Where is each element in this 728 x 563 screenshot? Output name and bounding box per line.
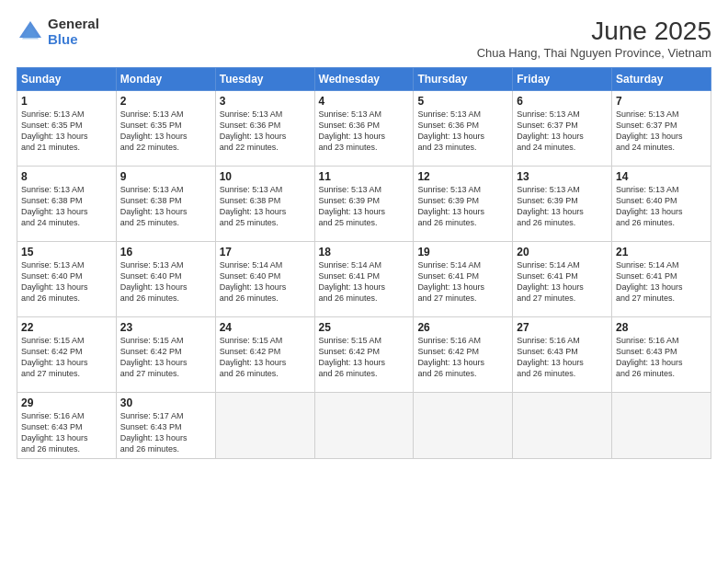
- cell-details: Sunrise: 5:14 AMSunset: 6:41 PMDaylight:…: [616, 259, 707, 304]
- table-row: 9Sunrise: 5:13 AMSunset: 6:38 PMDaylight…: [116, 167, 215, 242]
- cell-details: Sunrise: 5:13 AMSunset: 6:38 PMDaylight:…: [21, 184, 112, 229]
- table-row: 23Sunrise: 5:15 AMSunset: 6:42 PMDayligh…: [116, 317, 215, 393]
- day-number: 7: [616, 95, 707, 108]
- table-row: 1Sunrise: 5:13 AMSunset: 6:35 PMDaylight…: [17, 91, 117, 167]
- cell-details: Sunrise: 5:13 AMSunset: 6:37 PMDaylight:…: [517, 109, 608, 154]
- col-saturday: Saturday: [612, 68, 711, 91]
- col-friday: Friday: [513, 68, 612, 91]
- day-number: 24: [220, 321, 311, 334]
- cell-details: Sunrise: 5:13 AMSunset: 6:39 PMDaylight:…: [319, 184, 410, 229]
- cell-details: Sunrise: 5:13 AMSunset: 6:38 PMDaylight:…: [220, 184, 311, 229]
- table-row: 26Sunrise: 5:16 AMSunset: 6:42 PMDayligh…: [414, 317, 513, 393]
- day-number: 4: [319, 95, 410, 108]
- table-row: [314, 393, 414, 459]
- day-number: 30: [120, 396, 211, 409]
- table-row: 17Sunrise: 5:14 AMSunset: 6:40 PMDayligh…: [215, 242, 314, 317]
- page: General Blue June 2025 Chua Hang, Thai N…: [0, 0, 728, 563]
- day-number: 23: [120, 321, 211, 334]
- day-number: 22: [21, 321, 112, 334]
- day-number: 18: [319, 246, 410, 259]
- day-number: 15: [21, 246, 112, 259]
- day-number: 8: [21, 170, 112, 183]
- table-row: 18Sunrise: 5:14 AMSunset: 6:41 PMDayligh…: [314, 242, 414, 317]
- table-row: 11Sunrise: 5:13 AMSunset: 6:39 PMDayligh…: [314, 167, 414, 242]
- table-row: 10Sunrise: 5:13 AMSunset: 6:38 PMDayligh…: [215, 167, 314, 242]
- cell-details: Sunrise: 5:15 AMSunset: 6:42 PMDaylight:…: [319, 335, 410, 380]
- cell-details: Sunrise: 5:14 AMSunset: 6:40 PMDaylight:…: [220, 259, 311, 304]
- calendar-week-row: 1Sunrise: 5:13 AMSunset: 6:35 PMDaylight…: [17, 91, 711, 167]
- cell-details: Sunrise: 5:13 AMSunset: 6:35 PMDaylight:…: [120, 109, 211, 154]
- table-row: 15Sunrise: 5:13 AMSunset: 6:40 PMDayligh…: [17, 242, 117, 317]
- logo-icon: [17, 18, 44, 46]
- table-row: 28Sunrise: 5:16 AMSunset: 6:43 PMDayligh…: [612, 317, 711, 393]
- cell-details: Sunrise: 5:17 AMSunset: 6:43 PMDaylight:…: [120, 410, 211, 455]
- table-row: 22Sunrise: 5:15 AMSunset: 6:42 PMDayligh…: [17, 317, 117, 393]
- day-number: 12: [417, 170, 508, 183]
- day-number: 16: [120, 246, 211, 259]
- cell-details: Sunrise: 5:14 AMSunset: 6:41 PMDaylight:…: [417, 259, 508, 304]
- cell-details: Sunrise: 5:13 AMSunset: 6:40 PMDaylight:…: [21, 259, 112, 304]
- day-number: 10: [220, 170, 311, 183]
- cell-details: Sunrise: 5:16 AMSunset: 6:43 PMDaylight:…: [616, 335, 707, 380]
- day-number: 17: [220, 246, 311, 259]
- table-row: [414, 393, 513, 459]
- logo-text: General Blue: [48, 17, 99, 47]
- col-thursday: Thursday: [414, 68, 513, 91]
- table-row: 7Sunrise: 5:13 AMSunset: 6:37 PMDaylight…: [612, 91, 711, 167]
- cell-details: Sunrise: 5:13 AMSunset: 6:35 PMDaylight:…: [21, 109, 112, 154]
- day-number: 20: [517, 246, 608, 259]
- cell-details: Sunrise: 5:16 AMSunset: 6:43 PMDaylight:…: [517, 335, 608, 380]
- calendar-header-row: Sunday Monday Tuesday Wednesday Thursday…: [17, 68, 711, 91]
- calendar-week-row: 8Sunrise: 5:13 AMSunset: 6:38 PMDaylight…: [17, 167, 711, 242]
- calendar-week-row: 15Sunrise: 5:13 AMSunset: 6:40 PMDayligh…: [17, 242, 711, 317]
- calendar-table: Sunday Monday Tuesday Wednesday Thursday…: [17, 67, 711, 459]
- day-number: 25: [319, 321, 410, 334]
- table-row: [513, 393, 612, 459]
- col-wednesday: Wednesday: [314, 68, 414, 91]
- cell-details: Sunrise: 5:13 AMSunset: 6:36 PMDaylight:…: [319, 109, 410, 154]
- title-block: June 2025 Chua Hang, Thai Nguyen Provinc…: [477, 17, 711, 60]
- cell-details: Sunrise: 5:13 AMSunset: 6:40 PMDaylight:…: [616, 184, 707, 229]
- day-number: 6: [517, 95, 608, 108]
- table-row: 14Sunrise: 5:13 AMSunset: 6:40 PMDayligh…: [612, 167, 711, 242]
- day-number: 28: [616, 321, 707, 334]
- cell-details: Sunrise: 5:13 AMSunset: 6:40 PMDaylight:…: [120, 259, 211, 304]
- table-row: 2Sunrise: 5:13 AMSunset: 6:35 PMDaylight…: [116, 91, 215, 167]
- col-tuesday: Tuesday: [215, 68, 314, 91]
- subtitle: Chua Hang, Thai Nguyen Province, Vietnam: [477, 46, 711, 60]
- day-number: 1: [21, 95, 112, 108]
- table-row: 27Sunrise: 5:16 AMSunset: 6:43 PMDayligh…: [513, 317, 612, 393]
- cell-details: Sunrise: 5:15 AMSunset: 6:42 PMDaylight:…: [120, 335, 211, 380]
- cell-details: Sunrise: 5:14 AMSunset: 6:41 PMDaylight:…: [517, 259, 608, 304]
- table-row: [215, 393, 314, 459]
- header: General Blue June 2025 Chua Hang, Thai N…: [17, 17, 711, 60]
- table-row: 6Sunrise: 5:13 AMSunset: 6:37 PMDaylight…: [513, 91, 612, 167]
- table-row: 21Sunrise: 5:14 AMSunset: 6:41 PMDayligh…: [612, 242, 711, 317]
- cell-details: Sunrise: 5:13 AMSunset: 6:38 PMDaylight:…: [120, 184, 211, 229]
- table-row: 24Sunrise: 5:15 AMSunset: 6:42 PMDayligh…: [215, 317, 314, 393]
- cell-details: Sunrise: 5:13 AMSunset: 6:39 PMDaylight:…: [517, 184, 608, 229]
- table-row: 12Sunrise: 5:13 AMSunset: 6:39 PMDayligh…: [414, 167, 513, 242]
- logo: General Blue: [17, 17, 99, 47]
- day-number: 9: [120, 170, 211, 183]
- table-row: 3Sunrise: 5:13 AMSunset: 6:36 PMDaylight…: [215, 91, 314, 167]
- cell-details: Sunrise: 5:15 AMSunset: 6:42 PMDaylight:…: [220, 335, 311, 380]
- cell-details: Sunrise: 5:13 AMSunset: 6:39 PMDaylight:…: [417, 184, 508, 229]
- cell-details: Sunrise: 5:13 AMSunset: 6:37 PMDaylight:…: [616, 109, 707, 154]
- col-monday: Monday: [116, 68, 215, 91]
- day-number: 11: [319, 170, 410, 183]
- day-number: 14: [616, 170, 707, 183]
- table-row: 4Sunrise: 5:13 AMSunset: 6:36 PMDaylight…: [314, 91, 414, 167]
- table-row: [612, 393, 711, 459]
- cell-details: Sunrise: 5:13 AMSunset: 6:36 PMDaylight:…: [417, 109, 508, 154]
- main-title: June 2025: [477, 17, 711, 46]
- day-number: 29: [21, 396, 112, 409]
- day-number: 2: [120, 95, 211, 108]
- table-row: 20Sunrise: 5:14 AMSunset: 6:41 PMDayligh…: [513, 242, 612, 317]
- cell-details: Sunrise: 5:16 AMSunset: 6:42 PMDaylight:…: [417, 335, 508, 380]
- table-row: 13Sunrise: 5:13 AMSunset: 6:39 PMDayligh…: [513, 167, 612, 242]
- table-row: 19Sunrise: 5:14 AMSunset: 6:41 PMDayligh…: [414, 242, 513, 317]
- cell-details: Sunrise: 5:15 AMSunset: 6:42 PMDaylight:…: [21, 335, 112, 380]
- table-row: 8Sunrise: 5:13 AMSunset: 6:38 PMDaylight…: [17, 167, 117, 242]
- table-row: 25Sunrise: 5:15 AMSunset: 6:42 PMDayligh…: [314, 317, 414, 393]
